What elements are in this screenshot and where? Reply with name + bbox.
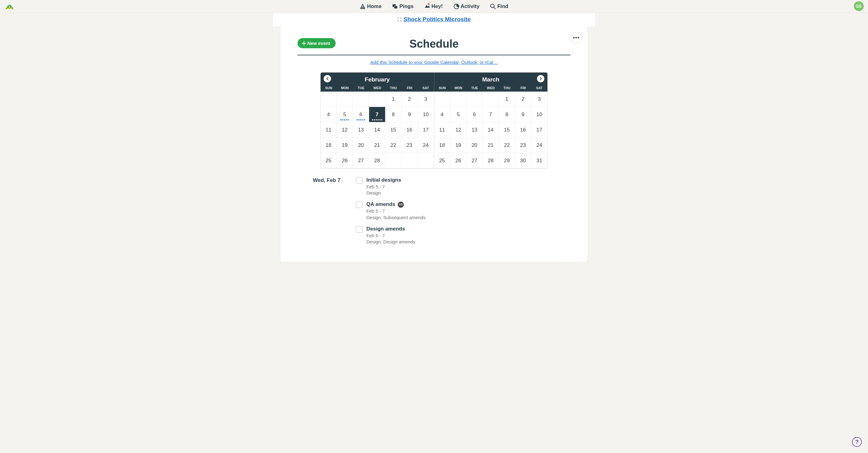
- calendar-day[interactable]: 8: [499, 107, 515, 122]
- calendar-day[interactable]: 10: [531, 107, 548, 122]
- nav-home[interactable]: Home: [360, 3, 381, 9]
- pings-icon: [392, 3, 398, 9]
- calendar-day[interactable]: 7: [369, 107, 385, 122]
- project-link[interactable]: Shock Politics Microsite: [404, 16, 471, 23]
- find-icon: [490, 3, 496, 9]
- calendar-day[interactable]: 27: [467, 153, 483, 168]
- calendar-day: [401, 153, 418, 168]
- nav-activity[interactable]: Activity: [453, 3, 479, 9]
- nav-pings[interactable]: Pings: [392, 3, 413, 9]
- todo-checkbox[interactable]: [356, 226, 363, 233]
- calendar-day[interactable]: 20: [467, 138, 483, 153]
- nav-hey[interactable]: Hey!: [424, 3, 443, 9]
- calendar-day: [320, 92, 337, 107]
- calendar-day[interactable]: 19: [450, 138, 467, 153]
- calendar-day[interactable]: 29: [499, 153, 515, 168]
- calendar-day[interactable]: 24: [531, 138, 548, 153]
- calendar-day[interactable]: 5: [337, 107, 353, 122]
- calendar-day[interactable]: 25: [320, 153, 337, 168]
- agenda-item-title[interactable]: Design amends: [366, 226, 405, 232]
- prev-month-button[interactable]: [324, 75, 331, 83]
- agenda-item-title[interactable]: QA amends: [366, 201, 395, 207]
- agenda-item-title[interactable]: Initial designs: [366, 177, 401, 183]
- calendar-day[interactable]: 9: [515, 107, 531, 122]
- agenda-item-detail: Design: [366, 190, 401, 196]
- calendar-day[interactable]: 30: [515, 153, 531, 168]
- calendar-day[interactable]: 17: [418, 122, 434, 138]
- next-month-button[interactable]: [537, 75, 544, 83]
- top-nav: HomePingsHey!ActivityFind SS: [0, 0, 868, 13]
- calendar-day[interactable]: 26: [450, 153, 467, 168]
- calendar-day[interactable]: 17: [531, 122, 548, 138]
- calendar-day[interactable]: 5: [450, 107, 467, 122]
- nav-find[interactable]: Find: [490, 3, 508, 9]
- calendar-day[interactable]: 6: [467, 107, 483, 122]
- calendar-day[interactable]: 16: [401, 122, 418, 138]
- calendar-day[interactable]: 9: [401, 107, 418, 122]
- calendar-day[interactable]: 19: [337, 138, 353, 153]
- calendar-day: [467, 92, 483, 107]
- calendar-day[interactable]: 10: [418, 107, 434, 122]
- calendar: FebruarySUNMONTUEWEDTHUFRISAT MarchSUNMO…: [320, 72, 548, 169]
- calendar-day[interactable]: 22: [499, 138, 515, 153]
- calendar-day[interactable]: 21: [483, 138, 499, 153]
- avatar[interactable]: SS: [854, 1, 864, 11]
- calendar-day[interactable]: 23: [401, 138, 418, 153]
- chevron-left-icon: [326, 77, 329, 80]
- logo-icon[interactable]: [4, 2, 15, 10]
- calendar-day[interactable]: 12: [337, 122, 353, 138]
- event-dots-icon: [340, 119, 349, 121]
- calendar-day[interactable]: 28: [369, 153, 385, 168]
- svg-rect-3: [394, 6, 397, 9]
- day-of-week-label: SAT: [531, 85, 548, 92]
- agenda-item: QA amends AS Feb 5 - 7 Design: Subsequen…: [356, 201, 570, 220]
- calendar-day[interactable]: 26: [337, 153, 353, 168]
- calendar-day[interactable]: 1: [385, 92, 402, 107]
- calendar-day[interactable]: 2: [515, 92, 531, 107]
- calendar-day[interactable]: 21: [369, 138, 385, 153]
- calendar-day[interactable]: 12: [450, 122, 467, 138]
- agenda: Wed, Feb 7 Initial designs Feb 5 - 7 Des…: [298, 177, 570, 250]
- calendar-day[interactable]: 22: [385, 138, 402, 153]
- calendar-day[interactable]: 2: [401, 92, 418, 107]
- calendar-day[interactable]: 6: [353, 107, 369, 122]
- todo-checkbox[interactable]: [356, 177, 363, 184]
- calendar-day[interactable]: 13: [467, 122, 483, 138]
- day-of-week-label: THU: [499, 85, 515, 92]
- calendar-day[interactable]: 15: [385, 122, 402, 138]
- calendar-day[interactable]: 11: [320, 122, 337, 138]
- calendar-day[interactable]: 14: [369, 122, 385, 138]
- calendar-day[interactable]: 15: [499, 122, 515, 138]
- calendar-day[interactable]: 27: [353, 153, 369, 168]
- calendar-day[interactable]: 18: [434, 138, 451, 153]
- calendar-day[interactable]: 3: [418, 92, 434, 107]
- calendar-day[interactable]: 18: [320, 138, 337, 153]
- calendar-day[interactable]: 20: [353, 138, 369, 153]
- calendar-day[interactable]: 13: [353, 122, 369, 138]
- calendar-day[interactable]: 28: [483, 153, 499, 168]
- calendar-day: [483, 92, 499, 107]
- calendar-day[interactable]: 11: [434, 122, 451, 138]
- calendar-day[interactable]: 23: [515, 138, 531, 153]
- calendar-day[interactable]: 25: [434, 153, 451, 168]
- day-of-week-label: TUE: [353, 85, 369, 92]
- calendar-day[interactable]: 3: [531, 92, 548, 107]
- new-event-button[interactable]: New event: [298, 38, 336, 48]
- calendar-day[interactable]: 14: [483, 122, 499, 138]
- calendar-day[interactable]: 4: [434, 107, 451, 122]
- day-of-week-label: SAT: [418, 85, 434, 92]
- assignee-avatar[interactable]: AS: [398, 202, 404, 208]
- calendar-day[interactable]: 16: [515, 122, 531, 138]
- calendar-day[interactable]: 4: [320, 107, 337, 122]
- todo-checkbox[interactable]: [356, 201, 363, 208]
- calendar-day[interactable]: 24: [418, 138, 434, 153]
- svg-point-5: [491, 4, 494, 8]
- agenda-date-heading: Wed, Feb 7: [313, 177, 347, 250]
- calendar-day[interactable]: 7: [483, 107, 499, 122]
- more-options-button[interactable]: •••: [570, 32, 582, 44]
- calendar-sync-link[interactable]: Add this Schedule to your Google Calenda…: [370, 60, 498, 65]
- calendar-day[interactable]: 1: [499, 92, 515, 107]
- calendar-day[interactable]: 8: [385, 107, 402, 122]
- calendar-day[interactable]: 31: [531, 153, 548, 168]
- day-of-week-label: FRI: [515, 85, 531, 92]
